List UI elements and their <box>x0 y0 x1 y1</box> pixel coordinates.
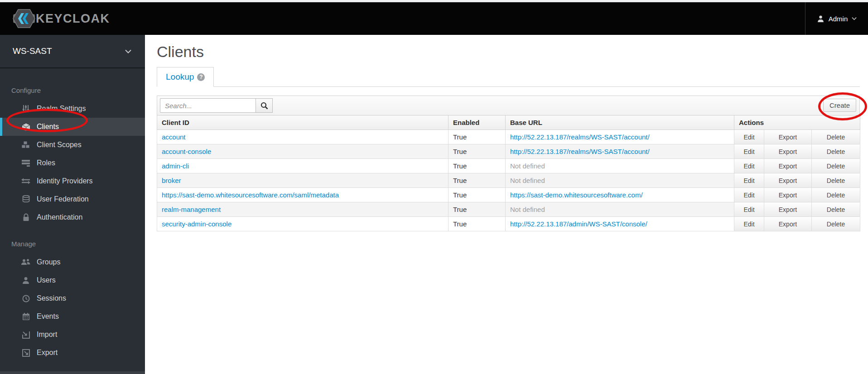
delete-button[interactable]: Delete <box>812 144 860 158</box>
export-button[interactable]: Export <box>764 159 811 173</box>
sidebar-item-label: Users <box>37 276 56 284</box>
sidebar-bottom-strip <box>0 371 145 374</box>
keycloak-admin-console: KEYCLOAK Admin WS-SAST ConfigureRealm Se… <box>0 0 868 374</box>
tab-lookup[interactable]: Lookup ? <box>157 67 214 87</box>
clock-icon <box>21 295 31 302</box>
enabled-cell: True <box>448 188 506 202</box>
export-button[interactable]: Export <box>764 144 811 158</box>
export-button[interactable]: Export <box>764 173 811 187</box>
client-id-link[interactable]: broker <box>162 177 181 184</box>
chevron-down-icon <box>852 17 857 20</box>
sidebar-item-import[interactable]: Import <box>0 326 145 344</box>
delete-button[interactable]: Delete <box>812 217 860 231</box>
user-menu[interactable]: Admin <box>805 2 868 35</box>
delete-button[interactable]: Delete <box>812 188 860 202</box>
edit-button[interactable]: Edit <box>734 188 764 202</box>
create-button[interactable]: Create <box>823 99 856 112</box>
base-url-text: Not defined <box>510 162 545 170</box>
enabled-cell: True <box>448 173 506 188</box>
client-id-link[interactable]: security-admin-console <box>162 220 231 228</box>
edit-button[interactable]: Edit <box>734 173 764 187</box>
table-row: https://sast-demo.whitesourcesoftware.co… <box>157 188 860 202</box>
export-button[interactable]: Export <box>764 217 811 231</box>
sidebar-item-user-federation[interactable]: User Federation <box>0 190 145 208</box>
sidebar-item-label: Identity Providers <box>37 177 93 185</box>
logo-text: KEYCLOAK <box>36 12 110 26</box>
base-url-link[interactable]: http://52.22.13.187/admin/WS-SAST/consol… <box>510 220 647 228</box>
client-id-link[interactable]: account <box>162 133 186 141</box>
user-label: Admin <box>829 15 848 23</box>
base-url-link[interactable]: https://sast-demo.whitesourcesoftware.co… <box>510 191 643 199</box>
search-button[interactable] <box>256 98 273 113</box>
exchange-arrows-icon <box>21 178 31 184</box>
table-header-row: Client ID Enabled Base URL Actions <box>157 115 860 130</box>
help-icon[interactable]: ? <box>197 73 205 81</box>
sidebar-item-groups[interactable]: Groups <box>0 253 145 271</box>
table-row: accountTruehttp://52.22.13.187/realms/WS… <box>157 130 860 144</box>
lock-icon <box>21 213 31 221</box>
import-icon <box>21 331 31 339</box>
base-url-text: Not defined <box>510 177 545 184</box>
delete-button[interactable]: Delete <box>812 159 860 173</box>
edit-button[interactable]: Edit <box>734 202 764 216</box>
client-id-link[interactable]: account-console <box>162 148 211 155</box>
enabled-cell: True <box>448 144 506 159</box>
topbar: KEYCLOAK Admin <box>0 2 868 35</box>
sidebar-item-export[interactable]: Export <box>0 344 145 362</box>
users-icon <box>21 259 31 266</box>
enabled-cell: True <box>448 202 506 217</box>
enabled-cell: True <box>448 159 506 173</box>
sidebar-item-client-scopes[interactable]: Client Scopes <box>0 136 145 154</box>
edit-button[interactable]: Edit <box>734 159 764 173</box>
sidebar-nav: ConfigureRealm SettingsClientsClient Sco… <box>0 68 145 362</box>
search-input[interactable] <box>160 98 256 113</box>
delete-button[interactable]: Delete <box>812 202 860 216</box>
tab-bar: Lookup ? <box>157 67 860 87</box>
sidebar: WS-SAST ConfigureRealm SettingsClientsCl… <box>0 35 145 374</box>
table-row: admin-cliTrueNot definedEditExportDelete <box>157 159 860 173</box>
sidebar-item-identity-providers[interactable]: Identity Providers <box>0 172 145 190</box>
realm-selector[interactable]: WS-SAST <box>0 35 145 68</box>
database-icon <box>21 195 31 203</box>
column-header-enabled: Enabled <box>448 115 506 130</box>
keycloak-logo-icon <box>12 9 36 29</box>
page-title: Clients <box>157 43 860 61</box>
table-toolbar: Create <box>157 96 860 115</box>
sidebar-item-roles[interactable]: Roles <box>0 154 145 172</box>
main-content: Clients Lookup ? Create <box>145 35 868 374</box>
chevron-down-icon <box>125 49 131 53</box>
client-id-link[interactable]: https://sast-demo.whitesourcesoftware.co… <box>162 191 339 199</box>
edit-button[interactable]: Edit <box>734 130 764 144</box>
delete-button[interactable]: Delete <box>812 173 860 187</box>
cubes-icon <box>21 141 31 149</box>
export-button[interactable]: Export <box>764 202 811 216</box>
column-header-actions: Actions <box>734 115 860 130</box>
sidebar-item-label: Roles <box>37 159 55 167</box>
sidebar-item-label: Groups <box>37 258 60 266</box>
export-icon <box>21 349 31 357</box>
edit-button[interactable]: Edit <box>734 144 764 158</box>
user-icon <box>817 15 825 23</box>
search-icon <box>260 102 268 110</box>
sidebar-item-label: Client Scopes <box>37 141 82 149</box>
list-icon <box>21 159 31 167</box>
export-button[interactable]: Export <box>764 130 811 144</box>
sidebar-section-label: Manage <box>11 240 145 248</box>
base-url-link[interactable]: http://52.22.13.187/realms/WS-SAST/accou… <box>510 133 650 141</box>
client-id-link[interactable]: realm-management <box>162 206 221 213</box>
sidebar-item-label: Sessions <box>37 294 66 302</box>
sidebar-item-label: Clients <box>37 123 59 131</box>
sidebar-item-label: Import <box>37 331 57 339</box>
sidebar-section-label: Configure <box>11 86 145 94</box>
sidebar-item-realm-settings[interactable]: Realm Settings <box>0 100 145 118</box>
export-button[interactable]: Export <box>764 188 811 202</box>
edit-button[interactable]: Edit <box>734 217 764 231</box>
sidebar-item-users[interactable]: Users <box>0 271 145 289</box>
base-url-link[interactable]: http://52.22.13.187/realms/WS-SAST/accou… <box>510 148 650 155</box>
sidebar-item-sessions[interactable]: Sessions <box>0 289 145 307</box>
sidebar-item-events[interactable]: Events <box>0 307 145 326</box>
delete-button[interactable]: Delete <box>812 130 860 144</box>
sidebar-item-authentication[interactable]: Authentication <box>0 208 145 226</box>
client-id-link[interactable]: admin-cli <box>162 162 189 170</box>
sidebar-item-clients[interactable]: Clients <box>0 118 145 136</box>
